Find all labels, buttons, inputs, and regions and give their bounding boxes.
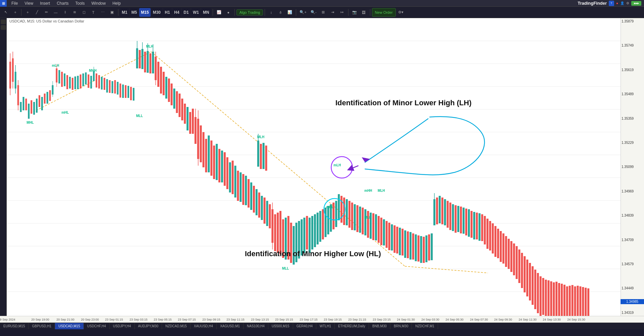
svg-rect-54 — [85, 72, 87, 85]
tab-gbpusd-h1[interactable]: GBPUSD,H1 — [29, 323, 55, 330]
time-label-11: 23 Sep 15:15 — [275, 318, 293, 321]
chart-type-bar[interactable]: ● — [224, 8, 233, 17]
svg-rect-96 — [163, 72, 165, 95]
tf-h1[interactable]: H1 — [163, 8, 172, 17]
tf-mn[interactable]: MN — [201, 8, 211, 17]
notification-badge: ● — [616, 1, 618, 5]
cursor-tool[interactable]: ↖ — [1, 8, 10, 17]
svg-rect-47 — [66, 75, 68, 89]
new-order-btn[interactable]: New Order — [372, 8, 396, 17]
svg-rect-239 — [508, 239, 510, 269]
indicators-btn[interactable]: ↕ — [267, 8, 275, 17]
tab-us500-m15[interactable]: US500,M15 — [268, 323, 293, 330]
svg-rect-241 — [513, 243, 515, 275]
svg-rect-134 — [256, 189, 258, 215]
volume-btn[interactable]: 📊 — [285, 8, 294, 17]
candles-btn[interactable]: 🕯 — [276, 8, 285, 17]
line-tool[interactable]: ╱ — [33, 8, 41, 17]
select-tool[interactable]: ▣ — [108, 8, 116, 17]
screenshot2-btn[interactable]: 🖼 — [360, 8, 368, 17]
tab-usdjpy-h4[interactable]: USDJPY,H4 — [110, 323, 135, 330]
tf-m1[interactable]: M1 — [120, 8, 129, 17]
tf-m30[interactable]: M30 — [151, 8, 162, 17]
tab-bnb-m30[interactable]: BNB,M30 — [369, 323, 390, 330]
text-tool[interactable]: T — [89, 8, 98, 17]
svg-rect-49 — [72, 78, 73, 90]
tab-wtlh1[interactable]: WTLH1 — [316, 323, 335, 330]
svg-rect-32 — [36, 99, 38, 113]
svg-rect-194 — [391, 224, 393, 250]
chart-type-line[interactable]: 📈 — [215, 8, 223, 17]
tf-d1[interactable]: D1 — [182, 8, 191, 17]
left-tb-btn-1[interactable] — [1, 19, 6, 24]
parallel-tool[interactable]: ⫴ — [61, 8, 69, 17]
screenshot-btn[interactable]: 📷 — [350, 8, 359, 17]
grid-btn[interactable]: ⊞ — [319, 8, 328, 17]
menu-view[interactable]: View — [21, 0, 37, 6]
tab-eurusd-m15[interactable]: EURUSD,M15 — [0, 323, 29, 330]
svg-rect-193 — [388, 223, 390, 250]
tab-ger40-h4[interactable]: GER40,H4 — [293, 323, 316, 330]
left-tb-btn-2[interactable] — [1, 25, 6, 30]
svg-rect-59 — [96, 73, 97, 88]
time-label-7: 23 Sep 07:15 — [178, 318, 196, 321]
pen-tool[interactable]: ✏ — [42, 8, 51, 17]
price-level-10: 1.34709 — [622, 238, 643, 242]
menu-window[interactable]: Window — [88, 0, 109, 6]
crosshair-tool[interactable]: ＋ — [23, 8, 32, 17]
fibonacci-tool[interactable]: ≋ — [70, 8, 79, 17]
price-level-6: 1.35229 — [622, 141, 643, 145]
svg-rect-196 — [396, 227, 398, 254]
svg-rect-268 — [585, 288, 587, 316]
tf-m5[interactable]: M5 — [130, 8, 139, 17]
tab-ethereum-daily[interactable]: ETHEREUM,Daily — [335, 323, 369, 330]
sep6 — [296, 9, 296, 16]
tab-xagusd-m1[interactable]: XAGUSD,M1 — [217, 323, 244, 330]
tf-h4[interactable]: H4 — [172, 8, 181, 17]
algo-trading-btn[interactable]: Algo Trading — [236, 9, 263, 15]
price-level-5: 1.35359 — [622, 117, 643, 120]
menu-charts[interactable]: Charts — [53, 0, 72, 6]
chart-canvas[interactable]: USDCAD, M15: US Dollar vs Canadian Dolla… — [7, 18, 621, 316]
time-label-19: 24 Sep 07:30 — [470, 318, 488, 321]
svg-marker-277 — [362, 157, 370, 162]
svg-rect-127 — [237, 171, 239, 201]
svg-rect-184 — [364, 209, 366, 235]
logo-text: TradingFinder — [578, 1, 607, 6]
time-label-12: 23 Sep 17:15 — [300, 318, 318, 321]
zoom-out-btn[interactable]: 🔍- — [309, 8, 318, 17]
svg-rect-53 — [83, 73, 84, 86]
hline-tool[interactable]: — — [51, 8, 60, 17]
zoom-in-btn[interactable]: 🔍+ — [298, 8, 308, 17]
svg-rect-133 — [253, 186, 255, 213]
svg-rect-205 — [420, 236, 422, 263]
menu-help[interactable]: Help — [109, 0, 124, 6]
tab-nas100-h4[interactable]: NAS100,H4 — [244, 323, 268, 330]
svg-rect-246 — [526, 260, 528, 296]
tab-usdcad-m15[interactable]: USDCAD,M15 — [55, 323, 84, 330]
tab-xauusd-h4[interactable]: XAUUSD,H4 — [191, 323, 217, 330]
tab-usdchf-h4[interactable]: USDCHF,H4 — [84, 323, 110, 330]
tab-audjpy-m30[interactable]: AUDJPY,M30 — [135, 323, 162, 330]
tf-w1[interactable]: W1 — [191, 8, 201, 17]
menu-insert[interactable]: Insert — [37, 0, 53, 6]
svg-rect-269 — [587, 288, 589, 316]
svg-rect-114 — [203, 132, 205, 167]
more-tools[interactable]: ⋯ — [98, 8, 107, 17]
autoscroll-btn[interactable]: ⇥ — [328, 8, 337, 17]
svg-rect-99 — [171, 83, 173, 105]
tab-nzdcad-m15[interactable]: NZDCAD,M15 — [162, 323, 191, 330]
svg-rect-132 — [250, 182, 252, 210]
more-options-btn[interactable]: ⚙▾ — [396, 8, 405, 17]
svg-rect-69 — [122, 85, 124, 98]
scroll-right-btn[interactable]: ↦ — [338, 8, 346, 17]
tab-brn-m30[interactable]: BRN,M30 — [390, 323, 412, 330]
shapes-tool[interactable]: ◻ — [79, 8, 88, 17]
svg-rect-198 — [401, 229, 404, 256]
menu-tools[interactable]: Tools — [72, 0, 88, 6]
svg-rect-136 — [261, 196, 263, 220]
menu-file[interactable]: File — [8, 0, 21, 6]
add-chart-btn[interactable]: ＋ — [11, 8, 19, 17]
tf-m15[interactable]: M15 — [139, 8, 150, 17]
tab-nzdchf-m1[interactable]: NZDCHF,M1 — [412, 323, 438, 330]
